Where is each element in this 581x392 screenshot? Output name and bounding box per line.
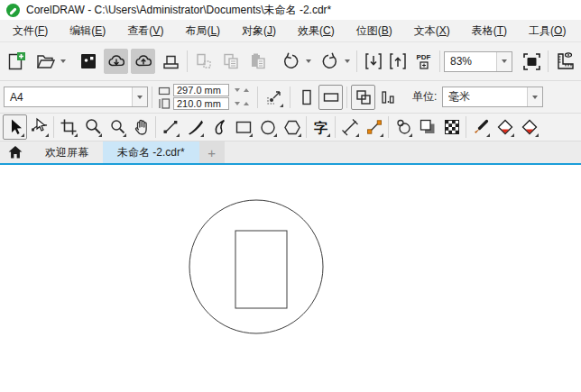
menu-t[interactable]: 表格(T) — [461, 21, 518, 41]
separator — [548, 50, 549, 72]
redo-button[interactable] — [318, 49, 342, 74]
artistic-media-tool[interactable] — [182, 114, 207, 140]
rectangle-icon — [234, 117, 254, 137]
height-spinner[interactable] — [232, 98, 252, 109]
menu-v[interactable]: 查看(V) — [116, 21, 174, 41]
window-title: CorelDRAW - C:\Users\Administrator\Docum… — [26, 3, 331, 18]
publish-pdf-button[interactable]: PDF — [411, 49, 436, 74]
paste-icon — [248, 51, 268, 71]
menu-f[interactable]: 文件(F) — [2, 21, 59, 41]
nudge-offset-button[interactable] — [262, 85, 286, 110]
chevron-down-icon — [60, 59, 66, 63]
polygon-tool[interactable] — [280, 114, 304, 140]
all-pages-icon — [354, 87, 374, 107]
new-document-button[interactable] — [4, 49, 28, 74]
pan-tool[interactable] — [129, 114, 153, 140]
nudge-offset-icon — [264, 87, 284, 107]
menu-c[interactable]: 效果(C) — [287, 21, 346, 41]
save-button[interactable] — [76, 49, 100, 74]
drawing-canvas[interactable] — [0, 165, 581, 392]
units-combo[interactable]: 毫米 — [442, 87, 543, 107]
all-pages-layout-button[interactable] — [351, 85, 375, 110]
export-icon — [387, 50, 409, 72]
spinner-up-icon — [244, 102, 249, 105]
page-size-dropdown[interactable] — [132, 87, 147, 106]
open-folder-icon — [35, 51, 56, 72]
separator — [290, 87, 290, 108]
text-tool[interactable]: 字 — [309, 114, 333, 140]
eyedropper-icon — [471, 117, 491, 137]
standard-toolbar: PDF 83% — [0, 42, 581, 81]
current-page-icon — [378, 87, 398, 107]
menu-l[interactable]: 布局(L) — [174, 21, 231, 41]
smart-fill-tool[interactable] — [517, 114, 541, 140]
rectangle-tool[interactable] — [231, 114, 255, 140]
import-button[interactable] — [361, 49, 385, 74]
separator — [466, 116, 466, 138]
spinner-down-icon — [235, 102, 240, 105]
undo-dropdown[interactable] — [303, 49, 314, 74]
zoom-dropdown[interactable] — [496, 52, 512, 71]
cloud-save-button[interactable] — [131, 49, 155, 74]
separator — [356, 50, 357, 72]
landscape-orientation-button[interactable] — [318, 85, 343, 110]
tab-welcome-screen[interactable]: 欢迎屏幕 — [31, 141, 103, 163]
portrait-orientation-button[interactable] — [294, 85, 318, 110]
zoom-level-combo[interactable]: 83% — [444, 51, 512, 72]
tab-document[interactable]: 未命名 -2.cdr* — [103, 141, 199, 163]
shadow-tool[interactable] — [415, 114, 439, 140]
page-height-field[interactable]: 210.0 mm — [173, 97, 229, 110]
zoom-tool-alt[interactable] — [105, 114, 129, 140]
curve-loop-icon — [209, 117, 229, 137]
interactive-fill-tool[interactable] — [493, 114, 517, 140]
plus-icon: + — [208, 145, 216, 160]
ellipse-tool[interactable] — [255, 114, 280, 140]
export-button[interactable] — [385, 49, 410, 74]
width-spinner[interactable] — [232, 85, 252, 96]
menu-x[interactable]: 文本(X) — [403, 21, 461, 41]
new-tab-button[interactable]: + — [199, 141, 225, 163]
dimension-line-icon — [340, 117, 360, 137]
drawn-rect[interactable] — [235, 231, 287, 308]
open-dropdown[interactable] — [58, 49, 69, 74]
separator — [335, 116, 336, 138]
pen-bspline-tool[interactable] — [207, 114, 231, 140]
print-button[interactable] — [159, 49, 183, 74]
show-rulers-button[interactable] — [552, 49, 576, 74]
menu-b[interactable]: 位图(B) — [346, 21, 403, 41]
crop-tool[interactable] — [56, 114, 80, 140]
units-dropdown[interactable] — [527, 87, 542, 106]
menu-e[interactable]: 编辑(E) — [59, 21, 116, 41]
landscape-icon — [321, 87, 341, 107]
chevron-down-icon — [532, 96, 538, 99]
pattern-fill-tool[interactable] — [439, 114, 464, 140]
cut-button-disabled — [191, 49, 216, 74]
menu-o[interactable]: 工具(O) — [518, 21, 576, 41]
cloud-open-button[interactable] — [104, 49, 128, 74]
undo-button[interactable] — [279, 49, 303, 74]
connector-tool[interactable] — [362, 114, 386, 140]
color-eyedropper-tool[interactable] — [468, 114, 493, 140]
page-width-field[interactable]: 297.0 mm — [173, 84, 229, 96]
shape-tool[interactable] — [27, 114, 51, 140]
polygon-icon — [282, 117, 302, 137]
zoom-tool[interactable] — [80, 114, 105, 140]
drawn-circle[interactable] — [189, 200, 323, 333]
property-bar: A4 297.0 mm 210.0 mm — [0, 81, 581, 114]
drop-shadow-icon — [418, 117, 438, 137]
current-page-layout-button[interactable] — [375, 85, 400, 110]
transparency-tool[interactable] — [391, 114, 415, 140]
checkerboard-icon — [442, 117, 462, 137]
menu-j[interactable]: 对象(J) — [231, 21, 287, 41]
redo-dropdown[interactable] — [342, 49, 353, 74]
separator — [388, 116, 389, 138]
dimension-tool[interactable] — [337, 114, 362, 140]
pick-tool[interactable] — [3, 114, 27, 140]
freehand-tool[interactable] — [158, 114, 182, 140]
fullscreen-preview-button[interactable] — [520, 49, 544, 74]
home-tab-button[interactable] — [0, 141, 31, 163]
separator — [257, 87, 258, 108]
page-size-combo[interactable]: A4 — [4, 87, 148, 107]
open-button[interactable] — [33, 49, 58, 74]
canvas-shapes — [0, 165, 581, 392]
